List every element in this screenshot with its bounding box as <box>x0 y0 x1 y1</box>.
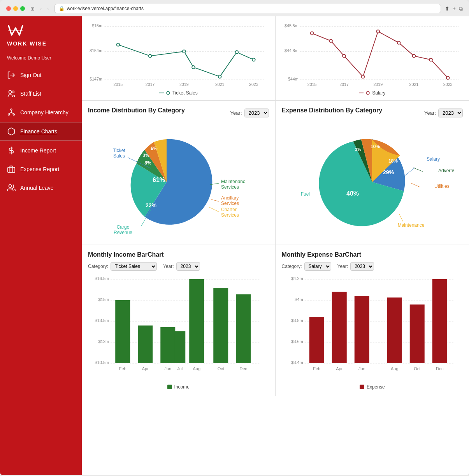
income-pie-year-select: Year: 202320222021 <box>230 108 269 117</box>
expense-bar-legend: Expense <box>282 384 463 390</box>
expense-year-dropdown[interactable]: 202320222021 <box>438 108 463 117</box>
svg-rect-106 <box>236 294 251 363</box>
svg-text:$4m: $4m <box>295 297 303 302</box>
expense-bar-year-label: Year: <box>337 264 348 269</box>
expense-bar-year-dropdown[interactable]: 20232022 <box>350 262 374 271</box>
svg-point-4 <box>8 114 10 116</box>
svg-text:$15m: $15m <box>92 23 102 28</box>
new-tab-icon[interactable]: + <box>453 5 456 12</box>
sidebar-item-label-expense: Expense Report <box>20 166 59 172</box>
svg-point-30 <box>252 58 255 61</box>
maximize-button[interactable] <box>20 6 25 11</box>
svg-text:40%: 40% <box>346 190 359 197</box>
svg-rect-129 <box>432 279 447 363</box>
income-bar-title: Monthly Income BarChart <box>88 251 164 258</box>
svg-text:2019: 2019 <box>373 82 383 87</box>
svg-text:2023: 2023 <box>249 82 258 87</box>
expense-category-dropdown[interactable]: SalaryFuel <box>304 262 331 271</box>
svg-point-2 <box>12 91 14 93</box>
expense-pie-panel: Expense Distribution By Category Year: 2… <box>276 101 469 245</box>
close-button[interactable] <box>6 6 11 11</box>
svg-rect-104 <box>189 279 204 363</box>
svg-text:2019: 2019 <box>179 82 189 87</box>
svg-text:22%: 22% <box>146 202 157 208</box>
svg-point-49 <box>412 54 415 58</box>
svg-point-31 <box>167 91 170 94</box>
income-bar-controls: Category: Ticket SalesCargo Revenue Year… <box>88 262 269 271</box>
browser-nav: ⊞ ‹ › <box>29 5 51 12</box>
svg-rect-101 <box>138 326 153 363</box>
address-bar[interactable]: 🔒 work-wisee.vercel.app/finance-charts <box>54 4 441 13</box>
income-bar-year-dropdown[interactable]: 20232022 <box>176 262 200 271</box>
top-line-charts-section: $15m $154m $147m 2015 2017 2019 2021 202… <box>82 16 469 101</box>
svg-point-29 <box>235 51 238 54</box>
svg-point-28 <box>218 75 221 78</box>
expense-pie-header: Expense Distribution By Category Year: 2… <box>282 107 463 119</box>
svg-point-52 <box>366 91 369 94</box>
svg-point-46 <box>361 75 364 78</box>
expense-icon <box>7 165 16 173</box>
minimize-button[interactable] <box>13 6 18 11</box>
sidebar-item-annual-leave[interactable]: Annual Leave <box>0 179 82 197</box>
svg-text:2015: 2015 <box>114 82 123 87</box>
income-category-select: Category: Ticket SalesCargo Revenue <box>88 262 157 271</box>
svg-text:$12m: $12m <box>98 339 109 344</box>
svg-rect-105 <box>213 288 228 363</box>
svg-text:$3.4m: $3.4m <box>291 360 303 365</box>
svg-line-85 <box>405 168 415 175</box>
expense-bar-chart: $4.2m $4m $3.8m $3.6m $3.4m <box>282 275 463 380</box>
sidebar-item-label-leave: Annual Leave <box>20 185 54 191</box>
svg-text:$154m: $154m <box>90 48 102 53</box>
sidebar-item-expense-report[interactable]: Expense Report <box>0 160 82 178</box>
svg-text:Salary: Salary <box>427 156 440 162</box>
sidebar-logo: WORK WISE <box>0 16 82 53</box>
svg-text:3%: 3% <box>355 147 361 152</box>
sidebar-toggle-icon[interactable]: ⊞ <box>29 5 36 12</box>
expense-cat-label: Category: <box>282 264 302 269</box>
svg-text:$10.5m: $10.5m <box>95 360 109 365</box>
back-icon[interactable]: ‹ <box>39 5 43 12</box>
svg-text:2017: 2017 <box>339 82 349 87</box>
income-bar-legend: Income <box>88 384 269 390</box>
svg-text:Apr: Apr <box>336 366 343 371</box>
svg-text:Cargo: Cargo <box>117 224 130 230</box>
svg-text:Feb: Feb <box>119 366 126 371</box>
income-bar-chart: $16.5m $15m $13.5m $12m $10.5m <box>88 275 269 380</box>
sidebar-item-signout[interactable]: Sign Out <box>0 66 82 84</box>
svg-rect-100 <box>115 300 130 363</box>
svg-text:Dec: Dec <box>239 366 247 371</box>
share-icon[interactable]: ⬆ <box>445 5 450 12</box>
svg-rect-125 <box>332 292 346 363</box>
income-cat-label: Category: <box>88 264 108 269</box>
sidebar-item-label-income: Income Report <box>20 147 56 154</box>
sidebar-item-staff-list[interactable]: Staff List <box>0 85 82 103</box>
expense-pie-svg-container: 29% 40% 3% 10% 18% Salary Fuel Advertisi… <box>282 122 463 238</box>
salary-legend: Salary <box>372 90 385 96</box>
expense-bar-panel: Monthly Expense BarChart Category: Salar… <box>276 245 469 396</box>
sidebar-item-finance-charts[interactable]: Finance Charts <box>0 122 82 141</box>
svg-point-43 <box>310 32 313 35</box>
expense-legend-dot <box>360 385 364 389</box>
svg-text:$44.8m: $44.8m <box>285 48 299 53</box>
svg-text:$16.5m: $16.5m <box>95 276 109 281</box>
expense-bar-title: Monthly Expense BarChart <box>282 251 361 258</box>
income-year-dropdown[interactable]: 202320222021 <box>244 108 269 117</box>
sidebar-item-label-signout: Sign Out <box>20 72 41 78</box>
svg-point-47 <box>376 30 379 33</box>
income-category-dropdown[interactable]: Ticket SalesCargo Revenue <box>111 262 157 271</box>
sidebar-item-company-hierarchy[interactable]: Company Hierarchy <box>0 103 82 121</box>
svg-text:2015: 2015 <box>307 82 316 87</box>
income-pie-title: Income Distribution By Category <box>88 107 185 114</box>
svg-line-8 <box>11 112 14 114</box>
svg-point-26 <box>183 50 186 53</box>
svg-point-11 <box>9 185 12 187</box>
svg-text:2017: 2017 <box>146 82 155 87</box>
url-text: work-wisee.vercel.app/finance-charts <box>67 6 144 11</box>
sidebar-item-income-report[interactable]: Income Report <box>0 142 82 159</box>
svg-line-87 <box>413 168 423 172</box>
svg-text:Advertising: Advertising <box>438 168 454 173</box>
income-year-label: Year: <box>230 110 242 116</box>
bar-charts-section: Monthly Income BarChart Category: Ticket… <box>82 245 469 396</box>
tabs-icon[interactable]: ⧉ <box>459 5 463 12</box>
forward-icon[interactable]: › <box>46 5 50 12</box>
